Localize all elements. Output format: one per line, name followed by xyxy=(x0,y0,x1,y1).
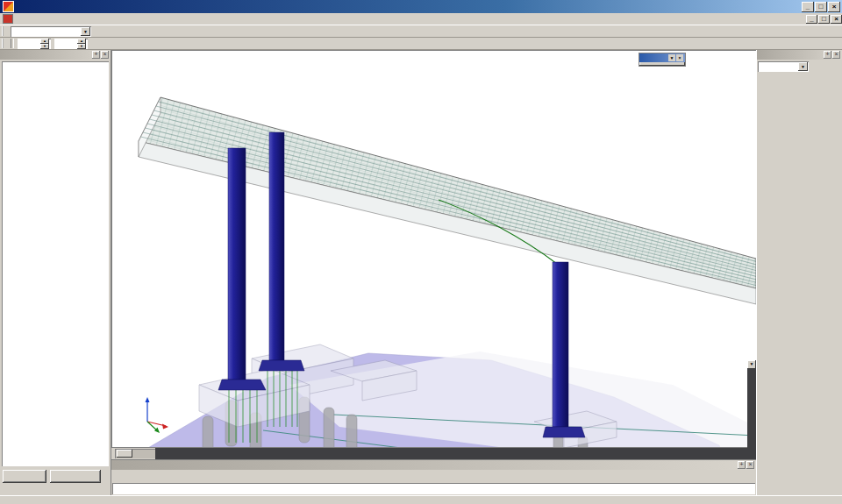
palette-close-icon[interactable]: × xyxy=(676,54,683,61)
pin-icon[interactable]: + xyxy=(738,461,746,469)
ucs-axes xyxy=(146,397,169,433)
pier-1 xyxy=(228,148,246,380)
neu-button[interactable] xyxy=(3,470,46,483)
toolbar-grip-2[interactable] xyxy=(2,39,7,48)
horizontal-scrollbar[interactable] xyxy=(115,449,155,458)
main-toolbar: ▼ xyxy=(0,25,842,38)
beton-tree xyxy=(2,61,109,466)
command-line-header: + × xyxy=(111,460,756,470)
mdi-minimize-button[interactable]: _ xyxy=(806,15,817,24)
panel-tabs xyxy=(0,484,111,495)
combo-dropdown-icon[interactable]: ▼ xyxy=(798,62,808,71)
pier-2 xyxy=(269,132,284,360)
activity-spinner[interactable]: ▲▼ xyxy=(18,39,51,49)
pier-3-base xyxy=(543,427,585,437)
secondary-toolbar: ▲▼ ▲▼ xyxy=(0,38,842,50)
schliessen-button[interactable] xyxy=(50,470,101,483)
app-icon xyxy=(3,1,14,12)
ansicht-palette: ▼ × xyxy=(639,53,686,67)
properties-header: + × xyxy=(757,50,842,60)
pin-icon[interactable]: + xyxy=(92,51,100,59)
status-bar xyxy=(0,495,842,504)
properties-combo[interactable]: ▼ xyxy=(758,61,809,72)
viewport[interactable]: ▼ × ▼ xyxy=(111,50,756,459)
title-bar: _ □ × xyxy=(0,0,842,13)
beton-panel-header: + × xyxy=(0,50,111,60)
palette-dropdown-icon[interactable]: ▼ xyxy=(668,54,675,61)
scale-spinner[interactable]: ▲▼ xyxy=(54,39,88,49)
viewport-bottom-bar xyxy=(111,447,756,459)
restore-button[interactable]: □ xyxy=(815,2,827,12)
ansicht-palette-header[interactable]: ▼ × xyxy=(639,53,685,62)
close-button[interactable]: × xyxy=(828,2,840,12)
mdi-close-button[interactable]: × xyxy=(831,15,842,24)
command-toolbar xyxy=(111,470,756,483)
pier-2-base xyxy=(259,360,304,371)
toolbar-grip[interactable] xyxy=(2,26,7,36)
menu-bar: _ □ × xyxy=(0,13,842,25)
beton-panel: + × xyxy=(0,50,111,495)
mdi-child-icon[interactable] xyxy=(3,14,13,24)
vertical-scrollbar[interactable]: ▼ xyxy=(747,360,756,448)
activity-spinner-value xyxy=(18,39,40,49)
close-panel-icon[interactable]: × xyxy=(832,51,840,59)
project-combo[interactable]: ▼ xyxy=(11,26,91,37)
pier-3 xyxy=(553,262,568,427)
spin-down-icon[interactable]: ▼ xyxy=(40,44,49,49)
mdi-restore-button[interactable]: □ xyxy=(818,15,830,24)
properties-panel: + × ▼ xyxy=(756,50,842,495)
close-panel-icon[interactable]: × xyxy=(746,461,754,469)
scroll-down-icon[interactable]: ▼ xyxy=(747,360,756,369)
combo-dropdown-icon[interactable]: ▼ xyxy=(81,27,90,36)
minimize-button[interactable]: _ xyxy=(802,2,814,12)
horizontal-scroll-track[interactable] xyxy=(155,448,756,459)
scale-spinner-value xyxy=(54,39,77,49)
command-line-panel: + × xyxy=(111,459,756,495)
spin-down-icon[interactable]: ▼ xyxy=(77,44,86,49)
pin-icon[interactable]: + xyxy=(824,51,831,59)
close-panel-icon[interactable]: × xyxy=(101,51,109,59)
pier-1-base xyxy=(218,380,266,390)
model-3d-scene xyxy=(111,50,756,459)
command-input[interactable] xyxy=(112,483,755,494)
